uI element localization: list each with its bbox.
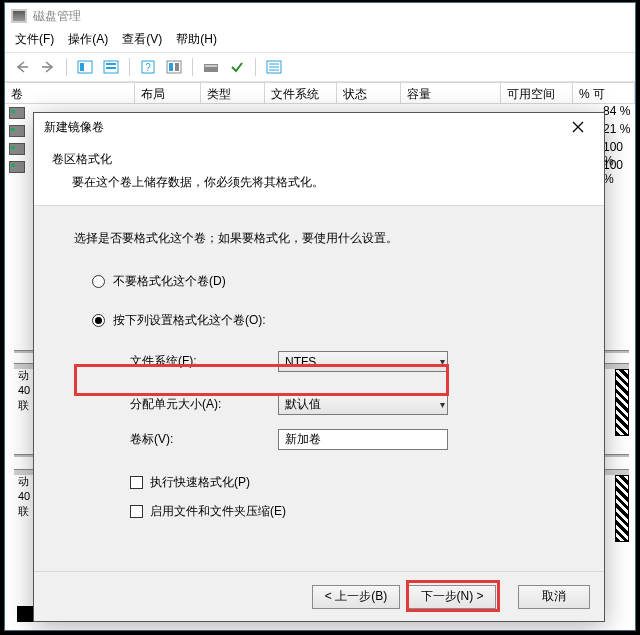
volume-label-row: 卷标(V): 新加卷 (130, 429, 564, 450)
action2-icon[interactable] (226, 57, 248, 77)
volume-label-value: 新加卷 (285, 431, 321, 448)
menu-view[interactable]: 查看(V) (122, 31, 162, 48)
svg-rect-3 (106, 63, 116, 65)
radio-icon (92, 314, 105, 327)
cancel-button[interactable]: 取消 (518, 585, 590, 609)
toolbar: ? (5, 52, 635, 82)
dialog-title: 新建镜像卷 (44, 119, 104, 136)
quick-format-label: 执行快速格式化(P) (150, 474, 250, 491)
col-fs[interactable]: 文件系统 (265, 83, 337, 104)
menu-file[interactable]: 文件(F) (15, 31, 54, 48)
volume-icon (9, 161, 25, 173)
checkbox-icon (130, 476, 143, 489)
chevron-down-icon: ▾ (440, 356, 445, 367)
svg-rect-1 (80, 63, 84, 71)
radio-no-format-label: 不要格式化这个卷(D) (113, 273, 226, 290)
radio-format[interactable]: 按下列设置格式化这个卷(O): (92, 312, 564, 329)
volume-label-label: 卷标(V): (130, 431, 278, 448)
next-button[interactable]: 下一步(N) > (408, 585, 496, 609)
svg-rect-4 (106, 67, 116, 69)
radio-icon (92, 275, 105, 288)
close-icon (572, 121, 584, 133)
radio-format-label: 按下列设置格式化这个卷(O): (113, 312, 266, 329)
col-capacity[interactable]: 容量 (401, 83, 501, 104)
cell-pct: 100 % (603, 158, 633, 186)
dialog-header-title: 卷区格式化 (52, 151, 586, 168)
partition-stripe-icon (615, 475, 629, 542)
volume-label-input[interactable]: 新加卷 (278, 429, 448, 450)
cell-pct: 84 % (603, 104, 633, 118)
svg-rect-8 (169, 63, 173, 71)
compress-checkbox[interactable]: 启用文件和文件夹压缩(E) (130, 503, 564, 520)
cell-pct: 21 % (603, 122, 633, 136)
filesystem-combo[interactable]: NTFS ▾ (278, 351, 448, 372)
dialog-titlebar: 新建镜像卷 (34, 113, 604, 141)
view3-icon[interactable] (163, 57, 185, 77)
allocation-label: 分配单元大小(A): (130, 396, 278, 413)
dialog-instruction: 选择是否要格式化这个卷；如果要格式化，要使用什么设置。 (74, 230, 564, 247)
col-pctfree[interactable]: % 可 (573, 83, 635, 104)
titlebar: 磁盘管理 (5, 3, 635, 29)
back-button[interactable]: < 上一步(B) (312, 585, 400, 609)
close-button[interactable] (560, 116, 596, 138)
filesystem-row: 文件系统(F): NTFS ▾ (130, 351, 564, 372)
allocation-combo[interactable]: 默认值 ▾ (278, 394, 448, 415)
view1-icon[interactable] (74, 57, 96, 77)
allocation-value: 默认值 (285, 396, 321, 413)
menu-help[interactable]: 帮助(H) (176, 31, 217, 48)
menu-action[interactable]: 操作(A) (68, 31, 108, 48)
svg-rect-11 (205, 65, 217, 67)
dialog-footer: < 上一步(B) 下一步(N) > 取消 (34, 571, 604, 621)
col-type[interactable]: 类型 (201, 83, 265, 104)
volume-icon (9, 125, 25, 137)
legend-swatch (17, 606, 33, 622)
app-icon (11, 9, 27, 23)
col-layout[interactable]: 布局 (135, 83, 201, 104)
action3-icon[interactable] (263, 57, 285, 77)
filesystem-label: 文件系统(F): (130, 353, 278, 370)
volume-icon (9, 107, 25, 119)
col-status[interactable]: 状态 (337, 83, 401, 104)
quick-format-checkbox[interactable]: 执行快速格式化(P) (130, 474, 564, 491)
forward-button[interactable] (37, 57, 59, 77)
svg-rect-9 (175, 63, 179, 71)
volume-icon (9, 143, 25, 155)
view2-icon[interactable] (100, 57, 122, 77)
window-title: 磁盘管理 (33, 8, 81, 25)
menubar: 文件(F) 操作(A) 查看(V) 帮助(H) (5, 29, 635, 52)
radio-no-format[interactable]: 不要格式化这个卷(D) (92, 273, 564, 290)
checkbox-icon (130, 505, 143, 518)
col-volume[interactable]: 卷 (5, 83, 135, 104)
dialog-body: 选择是否要格式化这个卷；如果要格式化，要使用什么设置。 不要格式化这个卷(D) … (34, 206, 604, 542)
partition-stripe-icon (615, 369, 629, 436)
volume-list-header: 卷 布局 类型 文件系统 状态 容量 可用空间 % 可 (5, 82, 635, 104)
dialog-header-sub: 要在这个卷上储存数据，你必须先将其格式化。 (52, 174, 586, 191)
compress-label: 启用文件和文件夹压缩(E) (150, 503, 286, 520)
allocation-row: 分配单元大小(A): 默认值 ▾ (130, 394, 564, 415)
filesystem-value: NTFS (285, 355, 316, 369)
col-free[interactable]: 可用空间 (501, 83, 573, 104)
wizard-dialog: 新建镜像卷 卷区格式化 要在这个卷上储存数据，你必须先将其格式化。 选择是否要格… (33, 112, 605, 622)
dialog-header: 卷区格式化 要在这个卷上储存数据，你必须先将其格式化。 (34, 141, 604, 206)
svg-text:?: ? (145, 62, 151, 73)
help-icon[interactable]: ? (137, 57, 159, 77)
chevron-down-icon: ▾ (440, 399, 445, 410)
back-button[interactable] (11, 57, 33, 77)
action1-icon[interactable] (200, 57, 222, 77)
